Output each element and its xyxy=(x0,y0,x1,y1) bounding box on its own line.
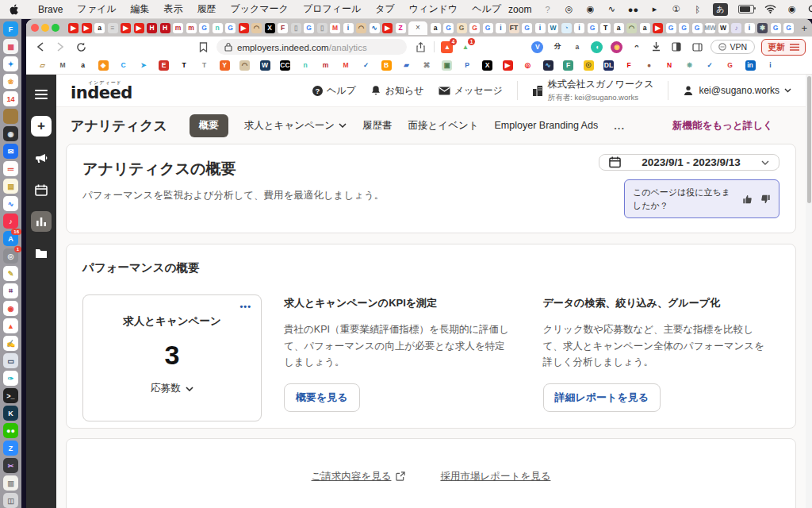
tab-h-site[interactable]: H xyxy=(147,23,157,33)
tab-indeed[interactable]: i xyxy=(745,23,755,33)
tab-x[interactable]: X xyxy=(265,23,275,33)
billing-link[interactable]: ご請求内容を見る xyxy=(312,470,406,483)
bm-check[interactable]: ✓ xyxy=(361,60,371,71)
tab-google[interactable]: G xyxy=(225,23,236,33)
bm-b-orange[interactable]: B xyxy=(381,60,392,71)
analytics-chart-icon[interactable] xyxy=(31,211,52,232)
menu-tab[interactable]: タブ xyxy=(368,2,402,16)
menu-edit[interactable]: 編集 xyxy=(123,2,156,16)
back-button[interactable] xyxy=(33,40,47,54)
tab-generic[interactable]: ♪ xyxy=(731,23,741,33)
view-detailed-report-button[interactable]: 詳細レポートを見る xyxy=(543,383,661,412)
tab-youtube[interactable]: ▶ xyxy=(82,23,92,33)
status-onepassword-icon[interactable]: ① xyxy=(670,4,681,14)
page-scrollbar[interactable] xyxy=(806,75,812,508)
status-creative-cloud-icon[interactable]: ◉ xyxy=(584,4,596,14)
menu-brave[interactable]: Brave xyxy=(31,4,70,15)
tab-gmail[interactable]: M xyxy=(330,23,340,33)
notifications-link[interactable]: お知らせ xyxy=(370,84,424,98)
bm-f-green[interactable]: F xyxy=(563,60,573,71)
menu-file[interactable]: ファイル xyxy=(70,2,123,16)
dock-brave[interactable]: ▲ xyxy=(3,318,18,333)
adguard-icon[interactable]: ▲1 xyxy=(459,41,471,53)
bm-amazon[interactable]: a xyxy=(78,60,88,71)
tab-google[interactable]: G xyxy=(304,23,314,33)
bm-avatar[interactable]: ◠ xyxy=(239,60,250,71)
tab-amazon[interactable]: a xyxy=(614,23,624,33)
tab-resumes[interactable]: 履歴書 xyxy=(362,119,393,133)
tab-h-site[interactable]: H xyxy=(160,23,170,33)
status-spiral-icon[interactable]: ◎ xyxy=(563,4,574,14)
bm-wave[interactable]: ∿ xyxy=(543,60,553,71)
bm-nyt[interactable]: T xyxy=(179,60,190,71)
bm-netflix[interactable]: N xyxy=(665,60,675,71)
bm-flag[interactable]: ▰ xyxy=(401,60,412,71)
tab-google[interactable]: G xyxy=(443,23,454,33)
tab-google[interactable]: G xyxy=(469,23,480,33)
sidebar-panel-icon[interactable] xyxy=(690,40,704,54)
new-tab-button[interactable]: + xyxy=(801,22,807,34)
tab-youtube[interactable]: ▶ xyxy=(382,23,393,33)
dock-chrome[interactable]: ◉ xyxy=(3,301,18,316)
scrollbar-thumb[interactable] xyxy=(807,76,811,203)
bm-orange[interactable]: ◈ xyxy=(98,60,109,71)
window-zoom-button[interactable] xyxy=(52,24,59,32)
bm-note[interactable]: n xyxy=(301,60,311,71)
dock-trash[interactable]: ◫ xyxy=(3,493,18,508)
status-user-icon[interactable]: ◉ xyxy=(787,4,798,14)
status-zoom-app[interactable]: zoom xyxy=(508,4,531,15)
tab-avatar[interactable]: ◠ xyxy=(626,23,637,33)
tab-generic[interactable]: ≡ xyxy=(108,23,118,33)
dock-notes[interactable]: ▤ xyxy=(3,179,18,194)
dock-desk-app[interactable]: ▭ xyxy=(3,353,18,368)
tab-note[interactable]: n xyxy=(213,23,223,33)
spotlight-icon[interactable] xyxy=(808,5,812,14)
menu-bookmarks[interactable]: ブックマーク xyxy=(223,2,295,16)
bm-ball[interactable]: ● xyxy=(644,60,654,71)
dock-wechat[interactable]: ●● xyxy=(3,423,18,438)
help-link[interactable]: ?ヘルプ xyxy=(312,84,356,98)
dock-freeform[interactable]: ✎ xyxy=(3,266,18,281)
bm-indeed[interactable]: i xyxy=(765,60,776,71)
stat-metric-selector[interactable]: 応募数 xyxy=(151,382,193,395)
bm-telegram[interactable]: ➤ xyxy=(139,60,149,71)
dock-zoom[interactable]: Z xyxy=(3,441,18,456)
campaigns-icon[interactable] xyxy=(31,148,52,168)
tab-google[interactable]: G xyxy=(692,23,703,33)
bm-p-blue[interactable]: P xyxy=(462,60,473,71)
nav-overflow-button[interactable]: ... xyxy=(614,120,625,132)
bm-green[interactable]: ▣ xyxy=(442,60,452,71)
tab-marketwatch[interactable]: MW xyxy=(705,23,715,33)
tab-blue[interactable]: ◔ xyxy=(561,23,572,33)
apple-icon[interactable] xyxy=(10,4,20,15)
bm-c-blue[interactable]: C xyxy=(118,60,128,71)
dock-slack[interactable]: ⌗ xyxy=(3,283,18,298)
tab-google[interactable]: G xyxy=(588,23,598,33)
brave-shield-icon[interactable]: ▲4 xyxy=(441,41,453,53)
tab-indeed[interactable]: i xyxy=(496,23,506,33)
tab-google[interactable]: G xyxy=(199,23,209,33)
folder-icon[interactable] xyxy=(31,243,52,264)
view-overview-button[interactable]: 概要を見る xyxy=(284,383,360,412)
dock-photos[interactable]: ❀ xyxy=(3,74,18,89)
tab-overview[interactable]: 概要 xyxy=(190,114,228,137)
dock-safari[interactable]: ✦ xyxy=(3,56,18,71)
tab-wikipedia[interactable]: W xyxy=(718,23,729,33)
date-range-picker[interactable]: 2023/9/1 - 2023/9/13 xyxy=(599,154,779,171)
menu-history[interactable]: 履歴 xyxy=(190,2,223,16)
dock-settings[interactable]: ◎1 xyxy=(3,248,18,264)
menu-window[interactable]: ウィンドウ xyxy=(402,2,465,16)
input-source-icon[interactable]: あ xyxy=(713,3,727,16)
dock-stocks[interactable]: ∿ xyxy=(3,196,18,211)
dock-launchpad[interactable]: ▦ xyxy=(3,39,18,54)
status-wechat-icon[interactable]: ●● xyxy=(627,5,638,14)
status-bluetooth-icon[interactable]: ᛒ xyxy=(691,5,703,14)
tab-google[interactable]: G xyxy=(522,23,532,33)
dock-music[interactable]: ♪ xyxy=(3,214,18,229)
sidebar-menu-button[interactable] xyxy=(31,84,52,105)
tab-avatar[interactable]: ◠ xyxy=(251,23,262,33)
tab-google[interactable]: G xyxy=(679,23,689,33)
menu-help[interactable]: ヘルプ xyxy=(465,2,508,16)
tab-amazon[interactable]: a xyxy=(640,23,650,33)
tab-wave[interactable]: ∿ xyxy=(370,23,380,33)
